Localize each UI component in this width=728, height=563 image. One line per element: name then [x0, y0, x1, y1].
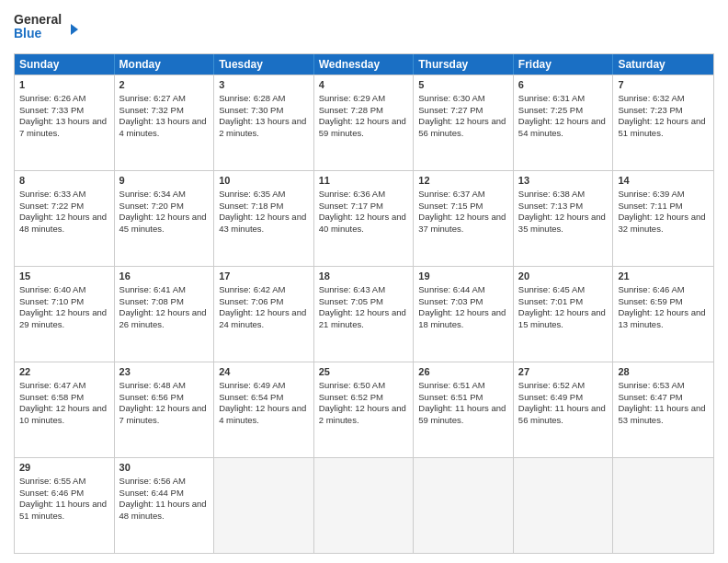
sunset-28: Sunset: 6:47 PM	[618, 392, 682, 402]
day-number-9: 9	[119, 174, 210, 188]
day-cell-13: 13 Sunrise: 6:38 AM Sunset: 7:13 PM Dayl…	[514, 171, 614, 266]
logo: General Blue	[14, 9, 78, 46]
sunrise-30: Sunrise: 6:56 AM	[119, 476, 186, 486]
calendar-body: 1 Sunrise: 6:26 AM Sunset: 7:33 PM Dayli…	[15, 75, 713, 553]
daylight-label-21: Daylight: 12 hours and 13 minutes.	[618, 307, 705, 329]
sunset-7: Sunset: 7:23 PM	[618, 105, 682, 115]
page: General Blue SundayMondayTuesdayWednesda…	[0, 0, 728, 563]
sunrise-28: Sunrise: 6:53 AM	[618, 380, 684, 390]
daylight-label-19: Daylight: 12 hours and 18 minutes.	[418, 307, 506, 329]
day-number-20: 20	[518, 270, 609, 283]
day-cell-10: 10 Sunrise: 6:35 AM Sunset: 7:18 PM Dayl…	[214, 171, 314, 266]
day-cell-18: 18 Sunrise: 6:43 AM Sunset: 7:05 PM Dayl…	[314, 267, 415, 362]
day-number-3: 3	[219, 78, 309, 92]
day-cell-9: 9 Sunrise: 6:34 AM Sunset: 7:20 PM Dayli…	[115, 171, 215, 266]
day-number-22: 22	[19, 365, 109, 379]
day-number-5: 5	[418, 78, 508, 92]
daylight-label-1: Daylight: 13 hours and 7 minutes.	[19, 116, 107, 138]
day-number-11: 11	[319, 174, 409, 188]
day-number-19: 19	[418, 270, 508, 283]
daylight-label-30: Daylight: 11 hours and 48 minutes.	[119, 499, 207, 521]
sunset-21: Sunset: 6:59 PM	[618, 296, 682, 306]
calendar: SundayMondayTuesdayWednesdayThursdayFrid…	[14, 53, 714, 554]
day-number-24: 24	[219, 365, 309, 379]
calendar-row-3: 22 Sunrise: 6:47 AM Sunset: 6:58 PM Dayl…	[15, 362, 713, 457]
day-cell-26: 26 Sunrise: 6:51 AM Sunset: 6:51 PM Dayl…	[414, 362, 514, 457]
sunset-16: Sunset: 7:08 PM	[119, 296, 184, 306]
sunset-5: Sunset: 7:27 PM	[418, 105, 483, 115]
empty-cell-4-4	[414, 458, 514, 553]
daylight-label-2: Daylight: 13 hours and 4 minutes.	[119, 116, 207, 138]
day-cell-15: 15 Sunrise: 6:40 AM Sunset: 7:10 PM Dayl…	[15, 267, 115, 362]
sunset-9: Sunset: 7:20 PM	[119, 201, 184, 211]
sunset-3: Sunset: 7:30 PM	[219, 105, 283, 115]
calendar-row-4: 29 Sunrise: 6:55 AM Sunset: 6:46 PM Dayl…	[15, 457, 713, 553]
day-number-25: 25	[319, 365, 409, 379]
header-tuesday: Tuesday	[214, 54, 314, 75]
svg-marker-2	[71, 24, 78, 35]
daylight-label-9: Daylight: 12 hours and 45 minutes.	[119, 212, 207, 234]
daylight-label-14: Daylight: 12 hours and 32 minutes.	[618, 212, 705, 234]
sunrise-19: Sunrise: 6:44 AM	[418, 284, 484, 294]
day-number-2: 2	[119, 78, 210, 92]
daylight-label-27: Daylight: 11 hours and 56 minutes.	[518, 403, 606, 425]
sunrise-21: Sunrise: 6:46 AM	[618, 284, 684, 294]
sunset-17: Sunset: 7:06 PM	[219, 296, 283, 306]
day-number-18: 18	[319, 270, 409, 283]
daylight-label-8: Daylight: 12 hours and 48 minutes.	[19, 212, 107, 234]
header: General Blue	[14, 9, 714, 46]
daylight-label-4: Daylight: 12 hours and 59 minutes.	[319, 116, 406, 138]
logo-svg: General Blue	[14, 9, 78, 46]
sunrise-18: Sunrise: 6:43 AM	[319, 284, 385, 294]
day-cell-16: 16 Sunrise: 6:41 AM Sunset: 7:08 PM Dayl…	[115, 267, 215, 362]
day-number-30: 30	[119, 461, 210, 475]
day-cell-8: 8 Sunrise: 6:33 AM Sunset: 7:22 PM Dayli…	[15, 171, 115, 266]
sunrise-7: Sunrise: 6:32 AM	[618, 93, 684, 103]
sunrise-5: Sunrise: 6:30 AM	[418, 93, 484, 103]
calendar-row-2: 15 Sunrise: 6:40 AM Sunset: 7:10 PM Dayl…	[15, 266, 713, 362]
sunset-1: Sunset: 7:33 PM	[19, 105, 84, 115]
svg-text:Blue: Blue	[14, 26, 42, 40]
day-number-14: 14	[618, 174, 709, 188]
daylight-label-20: Daylight: 12 hours and 15 minutes.	[518, 307, 606, 329]
sunset-18: Sunset: 7:05 PM	[319, 296, 383, 306]
daylight-label-11: Daylight: 12 hours and 40 minutes.	[319, 212, 406, 234]
daylight-label-18: Daylight: 12 hours and 21 minutes.	[319, 307, 406, 329]
day-number-8: 8	[19, 174, 109, 188]
day-cell-23: 23 Sunrise: 6:48 AM Sunset: 6:56 PM Dayl…	[115, 362, 215, 457]
day-cell-20: 20 Sunrise: 6:45 AM Sunset: 7:01 PM Dayl…	[514, 267, 614, 362]
sunrise-6: Sunrise: 6:31 AM	[518, 93, 585, 103]
day-number-27: 27	[518, 365, 609, 379]
calendar-header-row: SundayMondayTuesdayWednesdayThursdayFrid…	[15, 54, 713, 75]
day-number-6: 6	[518, 78, 609, 92]
daylight-label-29: Daylight: 11 hours and 51 minutes.	[19, 499, 107, 521]
sunset-14: Sunset: 7:11 PM	[618, 201, 682, 211]
day-number-7: 7	[618, 78, 709, 92]
empty-cell-4-6	[613, 458, 713, 553]
sunrise-13: Sunrise: 6:38 AM	[518, 189, 585, 199]
sunset-30: Sunset: 6:44 PM	[119, 488, 184, 498]
sunrise-20: Sunrise: 6:45 AM	[518, 284, 585, 294]
daylight-label-28: Daylight: 11 hours and 53 minutes.	[618, 403, 705, 425]
day-number-26: 26	[418, 365, 508, 379]
header-saturday: Saturday	[613, 54, 713, 75]
sunset-24: Sunset: 6:54 PM	[219, 392, 283, 402]
day-number-16: 16	[119, 270, 210, 283]
sunrise-14: Sunrise: 6:39 AM	[618, 189, 684, 199]
day-number-10: 10	[219, 174, 309, 188]
day-cell-12: 12 Sunrise: 6:37 AM Sunset: 7:15 PM Dayl…	[414, 171, 514, 266]
daylight-label-15: Daylight: 12 hours and 29 minutes.	[19, 307, 107, 329]
sunset-26: Sunset: 6:51 PM	[418, 392, 483, 402]
day-cell-29: 29 Sunrise: 6:55 AM Sunset: 6:46 PM Dayl…	[15, 458, 115, 553]
header-friday: Friday	[514, 54, 614, 75]
daylight-label-24: Daylight: 12 hours and 4 minutes.	[219, 403, 306, 425]
day-cell-4: 4 Sunrise: 6:29 AM Sunset: 7:28 PM Dayli…	[314, 75, 415, 170]
day-number-13: 13	[518, 174, 609, 188]
sunrise-15: Sunrise: 6:40 AM	[19, 284, 85, 294]
sunset-12: Sunset: 7:15 PM	[418, 201, 483, 211]
day-cell-7: 7 Sunrise: 6:32 AM Sunset: 7:23 PM Dayli…	[613, 75, 713, 170]
daylight-label-6: Daylight: 12 hours and 54 minutes.	[518, 116, 606, 138]
day-number-17: 17	[219, 270, 309, 283]
calendar-row-1: 8 Sunrise: 6:33 AM Sunset: 7:22 PM Dayli…	[15, 170, 713, 266]
sunset-29: Sunset: 6:46 PM	[19, 488, 84, 498]
